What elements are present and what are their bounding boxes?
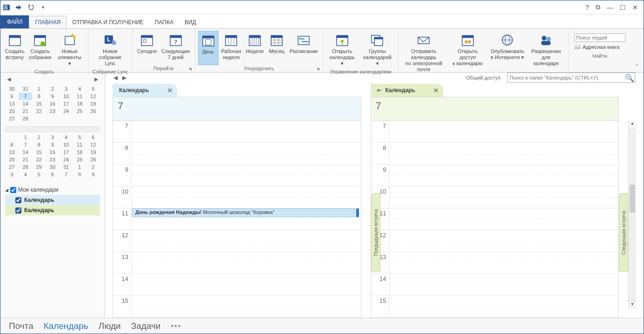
mini-cal-day[interactable]: 30	[5, 85, 19, 93]
mini-cal-day[interactable]: 7	[60, 171, 73, 178]
scroll-thumb[interactable]	[630, 185, 635, 213]
mini-cal-day[interactable]: 28	[19, 163, 32, 171]
calendar-permissions-button[interactable]: Разрешения для календаря	[527, 31, 565, 74]
time-slot[interactable]: 13	[113, 252, 361, 274]
mini-cal-day[interactable]	[60, 115, 73, 122]
mini-cal-day[interactable]: 9	[46, 141, 59, 148]
mini-cal-day[interactable]: 11	[73, 141, 86, 148]
mini-cal-day[interactable]: 25	[73, 156, 86, 163]
mini-cal-day[interactable]: 30	[46, 163, 59, 171]
next-appointment-handle[interactable]: Следующая встреча	[619, 193, 628, 272]
next-month-icon[interactable]: ▶	[94, 76, 98, 82]
mini-cal-day[interactable]: 1	[32, 85, 46, 93]
mini-cal-day[interactable]: 4	[73, 85, 86, 93]
tab-send-receive[interactable]: ОТПРАВКА И ПОЛУЧЕНИЕ	[66, 16, 149, 28]
today-button[interactable]: Сегодня	[135, 31, 159, 65]
nav-calendar[interactable]: Календарь	[44, 321, 88, 331]
send-receive-icon[interactable]	[14, 3, 23, 12]
mini-cal-day[interactable]: 13	[5, 148, 19, 156]
address-book-button[interactable]: 📖Адресная книга	[574, 44, 625, 50]
mini-cal-day[interactable]: 29	[32, 163, 46, 171]
view-tab-left[interactable]: Календарь ✕	[113, 84, 177, 97]
mini-cal-day[interactable]: 16	[46, 100, 59, 107]
new-meeting-button[interactable]: Создать собрание	[27, 31, 53, 68]
time-grid-right[interactable]: Предыдущая встреча 789101112131415	[371, 121, 619, 318]
mini-cal-day[interactable]: 14	[19, 100, 32, 107]
nav-mail[interactable]: Почта	[9, 321, 33, 331]
mini-cal-day[interactable]: 3	[5, 171, 19, 178]
next-day-icon[interactable]: ▶	[122, 74, 126, 81]
tab-folder[interactable]: ПАПКА	[149, 16, 179, 28]
nav-people[interactable]: Люди	[99, 321, 121, 331]
time-slot[interactable]: 8	[113, 143, 361, 165]
mini-cal-day[interactable]: 10	[60, 141, 73, 148]
nav-tasks[interactable]: Задачи	[131, 321, 161, 331]
time-slot[interactable]: 7	[113, 121, 361, 143]
open-calendar-button[interactable]: Открыть календарь ▾	[326, 31, 359, 68]
nav-more-icon[interactable]: •••	[171, 322, 181, 330]
mini-calendar-1[interactable]: 3031123456789101112131415161718192021222…	[5, 85, 100, 122]
minimize-icon[interactable]: —	[607, 4, 613, 11]
undo-icon[interactable]	[27, 3, 35, 12]
time-slot[interactable]: 13	[371, 252, 619, 274]
appointment-item[interactable]: День рождения Надежды! Молочный шоколад …	[132, 208, 359, 217]
ribbon-display-icon[interactable]: ⧉	[596, 3, 600, 11]
mini-cal-day[interactable]: 8	[32, 141, 46, 148]
mini-cal-day[interactable]: 6	[5, 141, 19, 148]
mini-cal-day[interactable]: 22	[32, 107, 46, 115]
new-appointment-button[interactable]: Создать встречу	[3, 31, 26, 68]
mini-cal-day[interactable]: 26	[86, 107, 100, 115]
time-slot[interactable]: 15	[113, 296, 361, 318]
time-slot[interactable]: 12	[113, 230, 361, 252]
day-view-button[interactable]: День	[198, 31, 219, 65]
mini-cal-day[interactable]: 4	[19, 171, 32, 178]
mini-cal-day[interactable]	[32, 115, 46, 122]
collapse-ribbon-icon[interactable]: ˄	[631, 61, 644, 72]
mini-cal-day[interactable]: 10	[60, 93, 73, 100]
mini-cal-day[interactable]: 13	[5, 100, 19, 107]
share-calendar-button[interactable]: Открыть доступ к календарю	[447, 31, 488, 74]
tab-view[interactable]: ВИД	[179, 16, 202, 28]
dialog-launcher-icon[interactable]: ⬊	[189, 67, 193, 71]
calendar-2-checkbox[interactable]	[15, 207, 21, 214]
mini-cal-day[interactable]: 28	[19, 115, 32, 122]
mini-cal-day[interactable]: 31	[19, 85, 32, 93]
time-slot[interactable]: 9	[113, 165, 361, 187]
close-tab-icon[interactable]: ✕	[167, 87, 173, 94]
calendar-groups-button[interactable]: Группы календарей ▾	[359, 31, 395, 68]
mini-cal-day[interactable]: 8	[32, 93, 46, 100]
mini-cal-day[interactable]: 24	[60, 107, 73, 115]
mini-cal-day[interactable]: 9	[86, 171, 100, 178]
time-slot[interactable]: 8	[371, 143, 619, 165]
prev-month-icon[interactable]: ◀	[7, 76, 11, 82]
mini-cal-day[interactable]: 20	[5, 107, 19, 115]
mini-cal-day[interactable]: 3	[60, 85, 73, 93]
prev-appointment-handle[interactable]: Предыдущая встреча	[371, 193, 380, 272]
mini-cal-day[interactable]: 21	[19, 107, 32, 115]
month-button[interactable]: Месяц	[266, 31, 287, 65]
close-tab-icon[interactable]: ✕	[433, 87, 438, 94]
mini-cal-day[interactable]: 22	[32, 156, 46, 163]
mini-cal-day[interactable]: 24	[60, 156, 73, 163]
mini-cal-day[interactable]: 19	[86, 148, 100, 156]
mini-cal-day[interactable]: 7	[19, 141, 32, 148]
mini-cal-day[interactable]: 18	[73, 148, 86, 156]
time-slot[interactable]: 11	[371, 208, 619, 230]
time-slot[interactable]: 7	[371, 121, 619, 143]
help-icon[interactable]: ?	[585, 4, 589, 11]
week-button[interactable]: Неделя	[244, 31, 266, 65]
mini-cal-day[interactable]: 16	[46, 148, 59, 156]
new-lync-meeting-button[interactable]: LНовое собрание Lync	[91, 31, 129, 68]
mini-cal-day[interactable]: 26	[86, 156, 100, 163]
schedule-view-button[interactable]: Расписание	[288, 31, 320, 65]
mini-cal-day[interactable]: 20	[5, 156, 19, 163]
mini-cal-day[interactable]: 23	[46, 107, 59, 115]
mini-cal-day[interactable]: 12	[86, 93, 100, 100]
mini-cal-day[interactable]: 21	[19, 156, 32, 163]
calendar-item-1[interactable]: Календарь	[5, 195, 100, 205]
time-slot[interactable]: 10	[113, 187, 361, 208]
mini-cal-day[interactable]: 1	[73, 163, 86, 171]
mini-cal-day[interactable]: 12	[86, 141, 100, 148]
mini-cal-day[interactable]: 15	[32, 148, 46, 156]
tab-home[interactable]: ГЛАВНАЯ	[29, 16, 66, 28]
